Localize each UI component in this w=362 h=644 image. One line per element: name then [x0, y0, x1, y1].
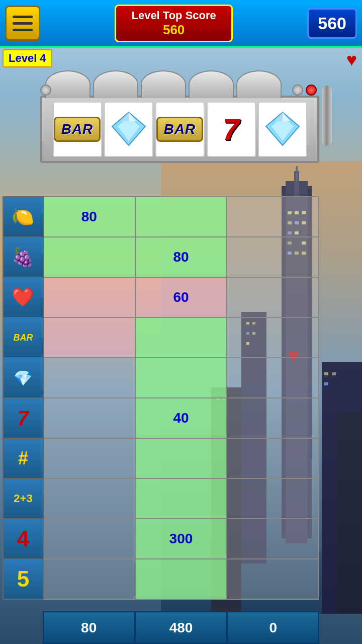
symbol-diamond-2 [265, 111, 300, 148]
data-cell [43, 398, 135, 438]
total-col3: 0 [227, 611, 319, 644]
level-label: Level 4 [3, 49, 52, 67]
reel-1: BAR [53, 102, 102, 157]
data-cell [135, 358, 227, 398]
scoring-table: 🍋 80 🍇 80 ❤️ 60 [3, 196, 319, 600]
table-row: 7 40 [3, 398, 319, 438]
level-top-score-value: 560 [131, 22, 216, 38]
data-cell [135, 438, 227, 478]
icon-cell-grapes: 🍇 [3, 237, 43, 277]
data-cell [43, 519, 135, 559]
symbol-seven: 7 [223, 112, 239, 147]
reel-5 [258, 102, 307, 157]
icon-cell-heart: ❤️ [3, 277, 43, 317]
data-cell [227, 438, 319, 478]
data-cell [227, 519, 319, 559]
slot-circle-red [306, 85, 317, 96]
table-row: 🍇 80 [3, 237, 319, 277]
data-cell: 40 [135, 398, 227, 438]
data-cell [227, 277, 319, 317]
data-cell [43, 438, 135, 478]
slot-circle-right [292, 85, 303, 96]
data-cell: 80 [135, 237, 227, 277]
menu-icon [13, 16, 33, 31]
table-row: 5 [3, 559, 319, 599]
slot-reels: BAR BAR 7 [40, 96, 319, 163]
slot-machine: BAR BAR 7 [40, 70, 319, 163]
table-row: ❤️ 60 [3, 277, 319, 317]
slot-bumper-2 [93, 70, 138, 98]
data-cell [227, 317, 319, 358]
table-row: 2+3 [3, 478, 319, 519]
current-score-display: 560 [307, 8, 357, 39]
icon-cell-hash: # [3, 438, 43, 478]
data-cell [43, 559, 135, 599]
data-cell [43, 317, 135, 358]
heart-icon: ♥ [346, 49, 357, 70]
slot-bumper-3 [141, 70, 186, 98]
data-cell [135, 317, 227, 358]
symbol-bar-2: BAR [156, 117, 204, 142]
reel-3: BAR [155, 102, 205, 157]
data-cell: 60 [135, 277, 227, 317]
icon-cell-bar: BAR [3, 317, 43, 358]
icon-cell-seven: 7 [3, 398, 43, 438]
data-cell [227, 478, 319, 519]
slot-bumper-5 [236, 70, 282, 98]
reel-4: 7 [207, 102, 256, 157]
data-cell [135, 478, 227, 519]
table-row: 🍋 80 [3, 197, 319, 237]
total-col1: 80 [43, 611, 135, 644]
symbol-bar-1: BAR [54, 117, 101, 142]
level-top-score-box: Level Top Score 560 [115, 5, 232, 42]
data-cell [227, 358, 319, 398]
icon-cell-lemon: 🍋 [3, 197, 43, 237]
icon-cell-five: 5 [3, 559, 43, 599]
icon-cell-four: 4 [3, 519, 43, 559]
data-cell [227, 559, 319, 599]
data-cell [135, 559, 227, 599]
level-top-score-label: Level Top Score [131, 9, 216, 22]
total-col2: 480 [135, 611, 227, 644]
data-cell [227, 398, 319, 438]
table-row: 4 300 [3, 519, 319, 559]
data-cell [43, 277, 135, 317]
slot-lever[interactable] [322, 86, 332, 146]
slot-bumper-1 [45, 70, 90, 98]
data-cell [43, 237, 135, 277]
slot-bumpers [40, 70, 319, 98]
totals-row: 80 480 0 [3, 611, 319, 644]
total-spacer [3, 611, 43, 644]
data-cell [135, 197, 227, 237]
slot-circle-left [40, 85, 51, 96]
data-cell: 80 [43, 197, 135, 237]
reel-2 [104, 102, 153, 157]
data-cell [43, 358, 135, 398]
data-cell [227, 197, 319, 237]
table-row: 💎 [3, 358, 319, 398]
data-cell [43, 478, 135, 519]
table-row: # [3, 438, 319, 478]
data-cell [227, 237, 319, 277]
data-cell: 300 [135, 519, 227, 559]
menu-button[interactable] [5, 6, 40, 41]
icon-cell-twothree: 2+3 [3, 478, 43, 519]
symbol-diamond-1 [111, 111, 146, 148]
slot-bumper-4 [189, 70, 234, 98]
table-row: BAR [3, 317, 319, 358]
main-table: 🍋 80 🍇 80 ❤️ 60 [3, 196, 319, 600]
icon-cell-diamond: 💎 [3, 358, 43, 398]
